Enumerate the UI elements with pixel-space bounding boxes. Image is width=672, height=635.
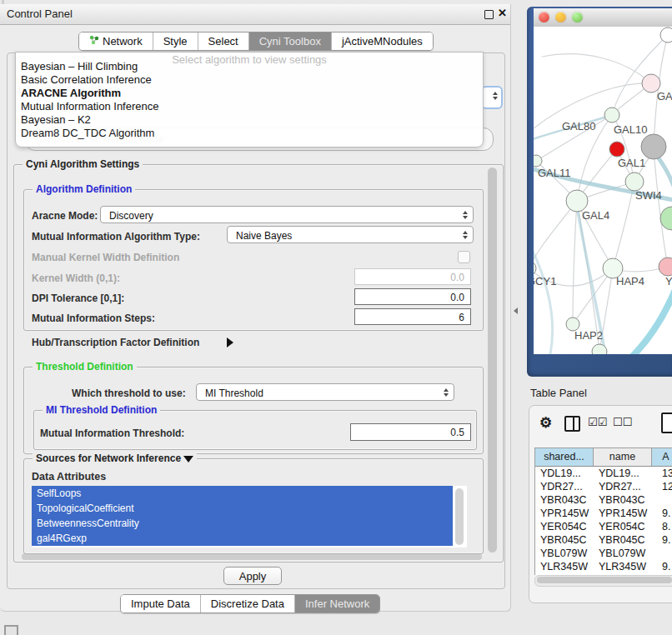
select-all-checks-icon[interactable]: ☑☑ [588,416,607,428]
float-window-icon[interactable] [484,10,494,19]
which-threshold-combobox[interactable]: MI Threshold [196,383,454,401]
bottom-tabs: Impute DataDiscretize DataInfer Network [120,594,380,613]
table-row[interactable]: YER054CYER054C8. [535,520,672,533]
sources-group-title: Sources for Network Inference [33,452,197,464]
table-header-row: shared...nameA [535,448,672,467]
column-header-a[interactable]: A [652,448,672,466]
kernel-width-field: 0.0 [354,268,471,285]
manual-kernel-checkbox [458,251,470,263]
table-row[interactable]: YBR043CYBR043C [535,493,672,507]
apply-button[interactable]: Apply [223,567,282,585]
table-cell: YBR043C [594,493,652,507]
attribute-item-topologicalcoefficient[interactable]: TopologicalCoefficient [32,501,453,516]
table-cell: YER054C [594,520,652,533]
table-row[interactable]: YDL19...YDL19...13 [535,467,672,480]
algorithm-option-mutual-information-inference[interactable]: Mutual Information Inference [19,100,479,113]
node-label-gal: GAL [657,90,672,102]
table-row[interactable]: YDR27...YDR27...12 [535,480,672,493]
node-label-swi4: SWI4 [635,189,662,202]
table-row[interactable]: YPR145WYPR145W9. [535,507,672,520]
splitter-collapse-arrow[interactable] [514,308,518,314]
tab-select[interactable]: Select [198,32,248,50]
gear-icon[interactable]: ⚙ [539,414,552,432]
ghost-combo-arrow-button[interactable] [481,86,503,109]
hub-definition-label: Hub/Transcription Factor Definition [32,337,199,348]
kernel-width-label: Kernel Width (0,1): [32,272,120,284]
tab-network[interactable]: Network [79,32,153,50]
table-row[interactable]: YLR345WYLR345W9. [535,560,672,573]
network-edge[interactable] [573,201,577,324]
manual-kernel-label: Manual Kernel Width Definition [32,252,179,263]
tab-infer-network[interactable]: Infer Network [294,595,379,612]
table-panel: ⚙ ☑☑ ☐☐ shared...nameA YDL19...YDL19...1… [529,405,672,603]
mi-steps-field[interactable]: 6 [354,308,471,325]
node-label-y: Y [665,275,672,288]
attribute-item-selfloops[interactable]: SelfLoops [32,486,453,501]
column-header-name[interactable]: name [594,448,652,466]
cyni-settings-group-title: Cyni Algorithm Settings [23,158,143,170]
tab-impute-data[interactable]: Impute Data [121,595,200,612]
table-cell: YPR145W [535,507,594,520]
maximize-traffic-light-icon[interactable] [572,12,583,22]
algorithm-dropdown-list: Select algorithm to view settings Bayesi… [15,52,484,148]
aracne-mode-combobox[interactable]: Discovery [100,206,474,223]
dpi-tolerance-label: DPI Tolerance [0,1]: [32,292,124,304]
network-edge[interactable] [542,54,651,83]
settings-vertical-scrollbar[interactable] [488,168,497,552]
column-header-shared[interactable]: shared... [535,448,594,466]
table-row[interactable]: YBL079WYBL079W [535,547,672,560]
mi-threshold-field[interactable]: 0.5 [350,423,471,441]
table-horizontal-scrollbar[interactable] [534,575,672,587]
network-canvas[interactable]: GALGAL80GAL10GAL1GAL11GAL4SWI4GCY1HAP4YH… [534,27,672,354]
table-body: YDL19...YDL19...13YDR27...YDR27...12YBR0… [535,467,672,575]
sources-collapse-arrow-icon[interactable] [183,456,193,462]
network-node[interactable] [660,28,672,42]
network-graph[interactable]: GALGAL80GAL10GAL1GAL11GAL4SWI4GCY1HAP4YH… [534,27,672,354]
algorithm-option-bayesian-k2[interactable]: Bayesian – K2 [19,113,479,127]
network-node[interactable] [625,172,644,191]
columns-icon[interactable] [564,416,580,432]
tab-jactivemnodules[interactable]: jActiveMNodules [331,32,433,50]
network-window-titlebar[interactable] [534,8,672,28]
node-label-gal1: GAL1 [618,157,645,169]
network-edge[interactable] [534,235,553,354]
aracne-mode-value: Discovery [109,210,153,222]
minimize-traffic-light-icon[interactable] [555,12,566,22]
network-node[interactable] [534,155,542,167]
deselect-all-boxes-icon[interactable]: ☐☐ [613,416,632,428]
tab-label: Style [163,35,188,48]
tab-cyni-toolbox[interactable]: Cyni Toolbox [248,32,331,50]
network-node[interactable] [659,258,672,276]
minimized-panel-icon[interactable] [4,625,18,635]
network-node[interactable] [609,142,624,157]
dpi-tolerance-field[interactable]: 0.0 [354,288,471,305]
tab-label: jActiveMNodules [342,35,423,48]
data-attributes-list: SelfLoopsTopologicalCoefficientBetweenne… [32,486,467,548]
settings-horizontal-scrollbar[interactable] [22,553,482,560]
table-hscroll-thumb[interactable] [537,577,672,583]
tab-discretize-data[interactable]: Discretize Data [200,595,294,612]
network-node[interactable] [604,108,619,122]
table-cell: YLR345W [594,560,652,573]
algorithm-option-bayesian-hill-climbing[interactable]: Bayesian – Hill Climbing [19,60,479,73]
network-node[interactable] [641,134,666,159]
network-edge[interactable] [534,201,577,268]
close-traffic-light-icon[interactable] [539,12,549,22]
export-table-icon[interactable] [661,412,672,433]
algorithm-option-basic-correlation-inference[interactable]: Basic Correlation Inference [19,73,479,87]
mi-type-combobox[interactable]: Naive Bayes [227,226,474,243]
algorithm-option-aracne-algorithm[interactable]: ARACNE Algorithm [19,87,479,100]
attributes-list-scrollbar[interactable] [455,488,464,545]
algorithm-option-dream8-dc-tdc-algorithm[interactable]: Dream8 DC_TDC Algorithm [19,127,479,140]
close-icon[interactable]: ✕ [498,7,507,19]
mi-type-value: Naive Bayes [236,230,292,242]
table-row[interactable]: YBR045CYBR045C9. [535,533,672,547]
attribute-item-gal4rgexp[interactable]: gal4RGexp [32,531,453,546]
tab-label: Impute Data [131,598,190,610]
hub-expand-arrow-icon[interactable] [227,336,233,351]
network-edge[interactable] [613,182,634,268]
table-cell: YDR27... [594,480,652,493]
tab-style[interactable]: Style [153,32,198,50]
table-cell: 8. [652,520,672,533]
attribute-item-betweennesscentrality[interactable]: BetweennessCentrality [32,516,453,531]
